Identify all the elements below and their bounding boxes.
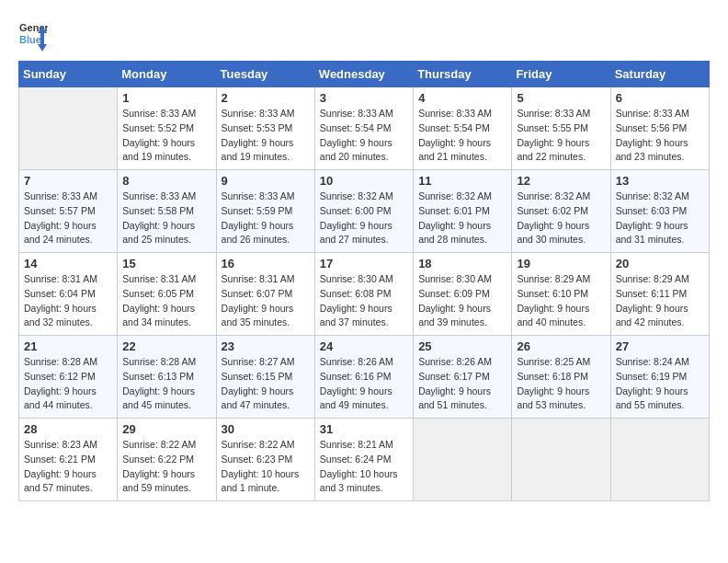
sunset-text: Sunset: 6:04 PM — [24, 287, 112, 302]
calendar-week-5: 28Sunrise: 8:23 AMSunset: 6:21 PMDayligh… — [19, 419, 710, 501]
calendar-cell: 29Sunrise: 8:22 AMSunset: 6:22 PMDayligh… — [118, 419, 216, 501]
daylight-text: Daylight: 9 hours and 47 minutes. — [222, 385, 310, 414]
day-info: Sunrise: 8:33 AMSunset: 5:56 PMDaylight:… — [616, 107, 704, 165]
day-header-saturday: Saturday — [610, 62, 709, 87]
daylight-text: Daylight: 10 hours and 3 minutes. — [320, 467, 408, 497]
calendar-cell: 13Sunrise: 8:32 AMSunset: 6:03 PMDayligh… — [610, 170, 709, 253]
day-info: Sunrise: 8:28 AMSunset: 6:12 PMDaylight:… — [24, 355, 112, 413]
calendar-cell: 18Sunrise: 8:30 AMSunset: 6:09 PMDayligh… — [414, 253, 512, 336]
daylight-text: Daylight: 9 hours and 23 minutes. — [616, 136, 704, 166]
sunrise-text: Sunrise: 8:33 AM — [24, 190, 112, 204]
calendar-cell: 5Sunrise: 8:33 AMSunset: 5:55 PMDaylight… — [512, 87, 610, 170]
sunset-text: Sunset: 6:13 PM — [122, 370, 210, 385]
sunset-text: Sunset: 5:59 PM — [222, 204, 310, 219]
calendar-cell — [512, 419, 610, 501]
calendar-cell: 31Sunrise: 8:21 AMSunset: 6:24 PMDayligh… — [314, 419, 413, 501]
sunset-text: Sunset: 6:00 PM — [320, 204, 408, 219]
sunset-text: Sunset: 6:21 PM — [24, 453, 112, 467]
day-info: Sunrise: 8:32 AMSunset: 6:00 PMDaylight:… — [320, 190, 408, 247]
day-number: 11 — [418, 174, 506, 188]
day-number: 20 — [616, 257, 704, 270]
day-number: 15 — [122, 257, 210, 270]
logo: General Blue — [18, 18, 48, 52]
sunset-text: Sunset: 6:01 PM — [418, 204, 506, 219]
day-number: 7 — [24, 174, 112, 188]
day-number: 17 — [320, 257, 408, 270]
calendar-cell: 23Sunrise: 8:27 AMSunset: 6:15 PMDayligh… — [216, 336, 314, 419]
calendar-cell: 9Sunrise: 8:33 AMSunset: 5:59 PMDaylight… — [216, 170, 314, 253]
svg-text:Blue: Blue — [19, 34, 41, 45]
calendar-cell: 19Sunrise: 8:29 AMSunset: 6:10 PMDayligh… — [512, 253, 610, 336]
day-header-sunday: Sunday — [19, 62, 118, 87]
daylight-text: Daylight: 10 hours and 1 minute. — [222, 467, 310, 497]
calendar-cell: 8Sunrise: 8:33 AMSunset: 5:58 PMDaylight… — [118, 170, 216, 253]
sunrise-text: Sunrise: 8:29 AM — [616, 272, 704, 287]
sunset-text: Sunset: 6:12 PM — [24, 370, 112, 385]
day-info: Sunrise: 8:33 AMSunset: 5:53 PMDaylight:… — [222, 107, 310, 165]
calendar-header-row: SundayMondayTuesdayWednesdayThursdayFrid… — [19, 62, 710, 87]
calendar-cell — [19, 87, 118, 170]
daylight-text: Daylight: 9 hours and 49 minutes. — [320, 385, 408, 414]
day-number: 10 — [320, 174, 408, 188]
day-number: 2 — [222, 91, 310, 105]
calendar-cell: 30Sunrise: 8:22 AMSunset: 6:23 PMDayligh… — [216, 419, 314, 501]
day-number: 4 — [418, 91, 506, 105]
calendar-cell: 22Sunrise: 8:28 AMSunset: 6:13 PMDayligh… — [118, 336, 216, 419]
sunset-text: Sunset: 6:24 PM — [320, 453, 408, 467]
sunset-text: Sunset: 6:19 PM — [616, 370, 704, 385]
sunrise-text: Sunrise: 8:29 AM — [517, 272, 605, 287]
daylight-text: Daylight: 9 hours and 37 minutes. — [320, 302, 408, 331]
day-number: 9 — [222, 174, 310, 188]
sunset-text: Sunset: 5:53 PM — [222, 121, 310, 136]
day-info: Sunrise: 8:32 AMSunset: 6:01 PMDaylight:… — [418, 190, 506, 247]
sunset-text: Sunset: 6:18 PM — [517, 370, 605, 385]
sunrise-text: Sunrise: 8:32 AM — [517, 190, 605, 204]
day-number: 18 — [418, 257, 506, 270]
sunrise-text: Sunrise: 8:32 AM — [418, 190, 506, 204]
calendar-week-3: 14Sunrise: 8:31 AMSunset: 6:04 PMDayligh… — [19, 253, 710, 336]
logo-graphic-icon: General Blue — [18, 18, 48, 52]
day-info: Sunrise: 8:31 AMSunset: 6:04 PMDaylight:… — [24, 272, 112, 330]
sunrise-text: Sunrise: 8:28 AM — [122, 355, 210, 370]
sunset-text: Sunset: 6:23 PM — [222, 453, 310, 467]
day-info: Sunrise: 8:30 AMSunset: 6:08 PMDaylight:… — [320, 272, 408, 330]
calendar-cell: 1Sunrise: 8:33 AMSunset: 5:52 PMDaylight… — [118, 87, 216, 170]
day-info: Sunrise: 8:33 AMSunset: 5:54 PMDaylight:… — [418, 107, 506, 165]
page-header: General Blue — [18, 18, 710, 52]
day-info: Sunrise: 8:31 AMSunset: 6:07 PMDaylight:… — [222, 272, 310, 330]
sunset-text: Sunset: 5:57 PM — [24, 204, 112, 219]
sunset-text: Sunset: 6:17 PM — [418, 370, 506, 385]
day-number: 16 — [222, 257, 310, 270]
sunrise-text: Sunrise: 8:26 AM — [320, 355, 408, 370]
sunrise-text: Sunrise: 8:33 AM — [122, 190, 210, 204]
sunset-text: Sunset: 6:05 PM — [122, 287, 210, 302]
calendar-cell: 27Sunrise: 8:24 AMSunset: 6:19 PMDayligh… — [610, 336, 709, 419]
sunrise-text: Sunrise: 8:28 AM — [24, 355, 112, 370]
sunrise-text: Sunrise: 8:26 AM — [418, 355, 506, 370]
sunrise-text: Sunrise: 8:23 AM — [24, 438, 112, 453]
day-number: 13 — [616, 174, 704, 188]
calendar-cell: 28Sunrise: 8:23 AMSunset: 6:21 PMDayligh… — [19, 419, 118, 501]
daylight-text: Daylight: 9 hours and 40 minutes. — [517, 302, 605, 331]
sunrise-text: Sunrise: 8:33 AM — [122, 107, 210, 121]
sunset-text: Sunset: 6:02 PM — [517, 204, 605, 219]
calendar-cell: 7Sunrise: 8:33 AMSunset: 5:57 PMDaylight… — [19, 170, 118, 253]
calendar-cell: 4Sunrise: 8:33 AMSunset: 5:54 PMDaylight… — [414, 87, 512, 170]
sunset-text: Sunset: 5:58 PM — [122, 204, 210, 219]
daylight-text: Daylight: 9 hours and 51 minutes. — [418, 385, 506, 414]
daylight-text: Daylight: 9 hours and 28 minutes. — [418, 219, 506, 248]
sunset-text: Sunset: 6:11 PM — [616, 287, 704, 302]
daylight-text: Daylight: 9 hours and 34 minutes. — [122, 302, 210, 331]
day-number: 24 — [320, 339, 408, 353]
calendar-cell: 15Sunrise: 8:31 AMSunset: 6:05 PMDayligh… — [118, 253, 216, 336]
day-info: Sunrise: 8:23 AMSunset: 6:21 PMDaylight:… — [24, 438, 112, 496]
day-number: 5 — [517, 91, 605, 105]
sunrise-text: Sunrise: 8:30 AM — [418, 272, 506, 287]
day-header-monday: Monday — [118, 62, 216, 87]
sunrise-text: Sunrise: 8:30 AM — [320, 272, 408, 287]
daylight-text: Daylight: 9 hours and 53 minutes. — [517, 385, 605, 414]
day-number: 25 — [418, 339, 506, 353]
daylight-text: Daylight: 9 hours and 19 minutes. — [122, 136, 210, 166]
daylight-text: Daylight: 9 hours and 25 minutes. — [122, 219, 210, 248]
sunset-text: Sunset: 5:52 PM — [122, 121, 210, 136]
